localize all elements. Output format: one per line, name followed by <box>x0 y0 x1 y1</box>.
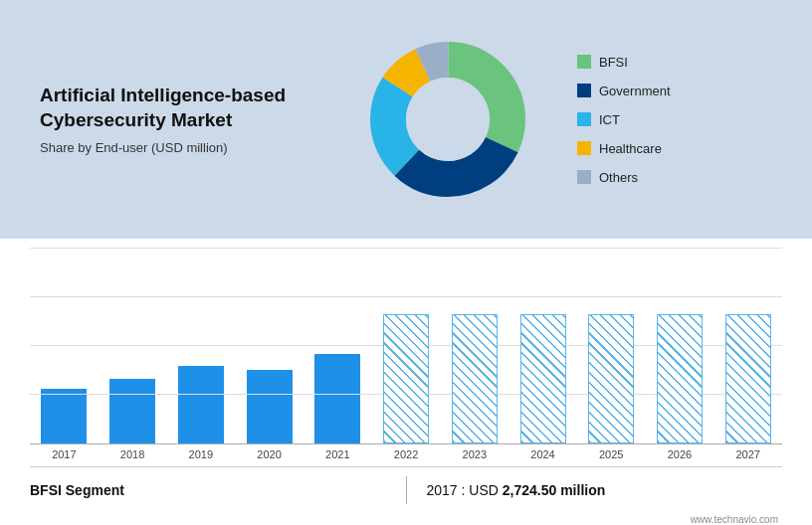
x-label-2024: 2024 <box>508 448 577 460</box>
legend-color-bfsi <box>577 55 591 69</box>
x-label-2023: 2023 <box>440 448 508 460</box>
legend-color-healthcare <box>577 141 591 155</box>
x-axis-labels: 2017 2018 2019 2020 2021 2022 2023 2024 … <box>30 448 782 460</box>
footer-bar: BFSI Segment 2017 : USD 2,724.50 million <box>30 466 782 512</box>
bar-2021 <box>314 354 360 443</box>
grid-line-3 <box>30 296 782 297</box>
x-label-2020: 2020 <box>235 448 304 460</box>
bottom-section: 2017 2018 2019 2020 2021 2022 2023 2024 … <box>0 239 812 525</box>
x-label-2022: 2022 <box>372 448 441 460</box>
bar-2024 <box>520 314 566 443</box>
footer-value-amount: 2,724.50 million <box>503 482 606 498</box>
bar-2017 <box>41 389 87 443</box>
legend-color-government <box>577 84 591 97</box>
x-label-2027: 2027 <box>713 448 782 460</box>
footer-value-prefix: : USD <box>458 482 503 498</box>
footer-value: 2017 : USD 2,724.50 million <box>427 482 783 498</box>
chart-subtitle: Share by End-user (USD million) <box>40 140 338 155</box>
legend-label-ict: ICT <box>599 112 620 127</box>
bar-2022 <box>383 314 429 443</box>
legend-item-bfsi: BFSI <box>577 55 772 70</box>
bar-chart <box>30 249 782 444</box>
title-area: Artificial Intelligence-based Cybersecur… <box>40 84 338 155</box>
bar-2018 <box>109 379 155 443</box>
bar-group-2019 <box>166 366 235 443</box>
footer-divider <box>406 476 407 504</box>
top-section: Artificial Intelligence-based Cybersecur… <box>0 0 812 239</box>
legend-label-others: Others <box>599 170 638 185</box>
legend-label-government: Government <box>599 84 671 98</box>
x-label-2026: 2026 <box>646 448 714 460</box>
bar-group-2025 <box>577 314 646 443</box>
bar-2023 <box>452 314 498 443</box>
legend-label-bfsi: BFSI <box>599 55 628 70</box>
legend-item-ict: ICT <box>577 112 772 127</box>
legend-item-government: Government <box>577 84 772 98</box>
x-label-2018: 2018 <box>99 448 167 460</box>
bar-group-2018 <box>99 379 167 443</box>
legend-item-healthcare: Healthcare <box>577 141 772 156</box>
bar-2026 <box>657 314 703 443</box>
donut-center <box>406 78 490 161</box>
bar-group-2022 <box>372 314 441 443</box>
legend-color-others <box>577 170 591 184</box>
bar-group-2021 <box>304 354 372 443</box>
bar-group-2027 <box>713 314 782 443</box>
watermark: www.technavio.com <box>30 514 782 525</box>
bar-2027 <box>725 314 771 443</box>
legend-item-others: Others <box>577 170 772 185</box>
grid-line-4 <box>30 248 782 249</box>
legend-color-ict <box>577 112 591 126</box>
legend-label-healthcare: Healthcare <box>599 141 662 156</box>
bar-group-2020 <box>235 370 304 443</box>
x-label-2021: 2021 <box>304 448 372 460</box>
bar-group-2023 <box>440 314 508 443</box>
legend-area: BFSI Government ICT Healthcare Others <box>557 55 772 185</box>
x-label-2017: 2017 <box>30 448 99 460</box>
bar-group-2024 <box>508 314 577 443</box>
chart-title: Artificial Intelligence-based Cybersecur… <box>40 84 338 132</box>
bar-group-2017 <box>30 389 99 443</box>
bar-2025 <box>588 314 634 443</box>
bar-group-2026 <box>646 314 714 443</box>
footer-segment-label: BFSI Segment <box>30 482 386 498</box>
footer-year: 2017 <box>427 482 458 498</box>
x-label-2025: 2025 <box>577 448 646 460</box>
bar-2019 <box>178 366 224 443</box>
bar-2020 <box>247 370 293 443</box>
bar-chart-area: 2017 2018 2019 2020 2021 2022 2023 2024 … <box>30 249 782 460</box>
x-label-2019: 2019 <box>166 448 235 460</box>
donut-chart-area <box>338 20 557 219</box>
donut-chart <box>358 30 537 209</box>
